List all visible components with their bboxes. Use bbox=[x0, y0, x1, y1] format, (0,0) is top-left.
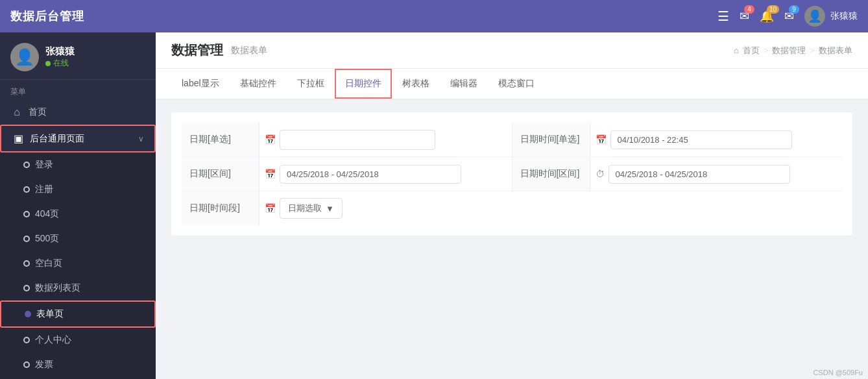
circle-icon-500 bbox=[23, 236, 30, 242]
logo-title: 数据后台管理 bbox=[10, 8, 84, 24]
mail-badge: 4 bbox=[744, 5, 754, 14]
date-range-picker[interactable]: 04/25/2018 - 04/25/2018 bbox=[280, 165, 461, 184]
sidebar-item-formpage[interactable]: 表单页 bbox=[0, 300, 156, 328]
bell-icon-wrap[interactable]: 🔔 10 bbox=[760, 9, 774, 23]
user-name-top: 张猿猿 bbox=[830, 10, 858, 22]
input-wrap-date-range: 📅 04/25/2018 - 04/25/2018 bbox=[259, 165, 512, 184]
home-icon: ⌂ bbox=[10, 106, 23, 118]
user-avatar-top: 👤 bbox=[804, 6, 825, 27]
label-datetime-single: 日期时间[单选] bbox=[512, 123, 590, 156]
datetime-single-picker[interactable]: 04/10/2018 - 22:45 bbox=[610, 130, 792, 149]
form-row-1: 日期[单选] 📅 日期时间[单选] 📅 04/10/2018 - 22:45 bbox=[182, 123, 842, 157]
page-header: 数据管理 数据表单 ⌂ 首页 > 数据管理 > 数据表单 bbox=[156, 32, 868, 69]
label-404: 404页 bbox=[35, 208, 145, 220]
label-date-range: 日期[区间] bbox=[182, 157, 259, 191]
sidebar-item-blank[interactable]: 空白页 bbox=[0, 251, 156, 276]
datetime-range-value: 04/25/2018 - 04/25/2018 bbox=[616, 169, 783, 179]
login-label: 登录 bbox=[35, 159, 145, 171]
tab-treetable[interactable]: 树表格 bbox=[392, 69, 440, 99]
date-period-label: 日期选取 bbox=[288, 202, 322, 214]
form-row-3: 日期[时间段] 📅 日期选取 ▼ bbox=[182, 191, 842, 225]
sidebar-item-invoice[interactable]: 发票 bbox=[0, 352, 156, 377]
breadcrumb-home: 首页 bbox=[743, 45, 760, 56]
invoice-label: 发票 bbox=[35, 359, 145, 371]
sidebar-item-datalist[interactable]: 数据列表页 bbox=[0, 276, 156, 300]
sidebar-user-info: 张猿猿 在线 bbox=[45, 45, 75, 69]
sidebar-user-name: 张猿猿 bbox=[45, 45, 75, 58]
dropdown-arrow-icon: ▼ bbox=[326, 204, 334, 214]
tab-label[interactable]: label显示 bbox=[171, 69, 230, 99]
sidebar-item-login[interactable]: 登录 bbox=[0, 153, 156, 177]
calendar-icon-2: 📅 bbox=[596, 134, 607, 145]
circle-icon-formpage bbox=[25, 311, 31, 317]
label-500: 500页 bbox=[35, 233, 145, 245]
folder-icon: ▣ bbox=[12, 132, 25, 145]
hamburger-icon[interactable]: ☰ bbox=[717, 8, 729, 24]
sidebar-item-group[interactable]: ▣ 后台通用页面 ∨ bbox=[0, 125, 156, 153]
calendar-icon-4: 📅 bbox=[265, 203, 276, 214]
bell-badge: 10 bbox=[767, 5, 779, 14]
label-date-single: 日期[单选] bbox=[182, 123, 259, 156]
sidebar-item-500[interactable]: 500页 bbox=[0, 226, 156, 251]
breadcrumb-sep1: > bbox=[764, 45, 769, 55]
page-title-area: 数据管理 数据表单 bbox=[171, 42, 267, 59]
home-label: 首页 bbox=[29, 106, 145, 118]
message-badge: 9 bbox=[789, 5, 799, 14]
tab-date[interactable]: 日期控件 bbox=[335, 69, 392, 99]
sidebar-submenu: 登录 注册 404页 500页 空白页 数据列表页 bbox=[0, 153, 156, 379]
sidebar-item-home[interactable]: ⌂ 首页 bbox=[0, 100, 156, 125]
page-subtitle: 数据表单 bbox=[231, 45, 267, 56]
tabs-bar: label显示 基础控件 下拉框 日期控件 树表格 编辑器 模态窗口 bbox=[156, 69, 868, 99]
page-title: 数据管理 bbox=[171, 42, 223, 59]
circle-icon-datalist bbox=[23, 285, 30, 291]
circle-icon-404 bbox=[23, 211, 30, 217]
form-panel: 日期[单选] 📅 日期时间[单选] 📅 04/10/2018 - 22:45 bbox=[171, 112, 852, 236]
circle-icon-profile bbox=[23, 337, 30, 343]
breadcrumb-item1: 数据管理 bbox=[772, 45, 806, 56]
breadcrumb: ⌂ 首页 > 数据管理 > 数据表单 bbox=[734, 45, 852, 56]
tab-dropdown[interactable]: 下拉框 bbox=[287, 69, 335, 99]
tab-editor[interactable]: 编辑器 bbox=[440, 69, 488, 99]
clock-icon-1: ⏱ bbox=[596, 169, 605, 179]
circle-icon-register bbox=[23, 186, 30, 193]
sidebar-avatar: 👤 bbox=[10, 43, 39, 71]
form-row-2: 日期[区间] 📅 04/25/2018 - 04/25/2018 日期时间[区间… bbox=[182, 157, 842, 191]
datalist-label: 数据列表页 bbox=[35, 282, 145, 294]
formpage-label: 表单页 bbox=[36, 308, 144, 320]
sidebar-item-register[interactable]: 注册 bbox=[0, 177, 156, 202]
date-period-dropdown[interactable]: 日期选取 ▼ bbox=[280, 198, 343, 219]
breadcrumb-item2: 数据表单 bbox=[819, 45, 852, 56]
input-wrap-datetime-range: ⏱ 04/25/2018 - 04/25/2018 bbox=[590, 165, 843, 184]
mail-icon-wrap[interactable]: ✉ 4 bbox=[740, 9, 749, 23]
user-info[interactable]: 👤 张猿猿 bbox=[804, 6, 858, 27]
tab-basic[interactable]: 基础控件 bbox=[230, 69, 287, 99]
circle-icon-login bbox=[23, 162, 30, 168]
sidebar-item-profile[interactable]: 个人中心 bbox=[0, 328, 156, 352]
register-label: 注册 bbox=[35, 184, 145, 195]
status-dot bbox=[45, 61, 51, 66]
sidebar-user-status: 在线 bbox=[45, 58, 75, 69]
message-icon-wrap[interactable]: ✉ 9 bbox=[784, 9, 794, 23]
copyright: CSDN @509Fu bbox=[813, 369, 863, 376]
profile-label: 个人中心 bbox=[35, 334, 145, 346]
sidebar-item-404[interactable]: 404页 bbox=[0, 202, 156, 226]
blank-label: 空白页 bbox=[35, 258, 145, 269]
sidebar-user: 👤 张猿猿 在线 bbox=[0, 32, 156, 80]
sidebar-section-label: 菜单 bbox=[0, 80, 156, 100]
datetime-single-value: 04/10/2018 - 22:45 bbox=[618, 135, 785, 145]
input-wrap-date-single: 📅 bbox=[259, 130, 512, 150]
main-layout: 👤 张猿猿 在线 菜单 ⌂ 首页 ▣ 后台通用页面 ∨ 登录 bbox=[0, 32, 868, 379]
breadcrumb-sep2: > bbox=[810, 45, 815, 55]
datetime-range-picker[interactable]: 04/25/2018 - 04/25/2018 bbox=[609, 165, 790, 184]
calendar-icon-1: 📅 bbox=[265, 134, 276, 145]
tab-modal[interactable]: 模态窗口 bbox=[488, 69, 545, 99]
form-content: 日期[单选] 📅 日期时间[单选] 📅 04/10/2018 - 22:45 bbox=[156, 99, 868, 379]
date-range-value: 04/25/2018 - 04/25/2018 bbox=[287, 169, 454, 179]
input-wrap-datetime-single: 📅 04/10/2018 - 22:45 bbox=[590, 130, 843, 149]
arrow-icon: ∨ bbox=[138, 134, 144, 143]
input-wrap-date-period: 📅 日期选取 ▼ bbox=[259, 198, 842, 219]
circle-icon-blank bbox=[23, 260, 30, 267]
content-area: 数据管理 数据表单 ⌂ 首页 > 数据管理 > 数据表单 label显示 基础控… bbox=[156, 32, 868, 379]
circle-icon-invoice bbox=[23, 361, 30, 368]
date-single-input[interactable] bbox=[280, 130, 435, 150]
